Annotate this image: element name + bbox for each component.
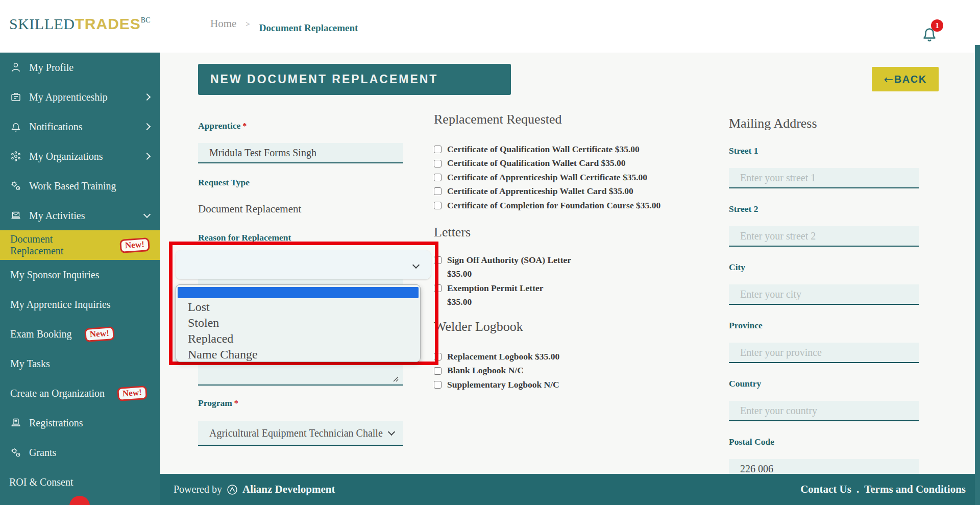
terms-link[interactable]: Terms and Conditions — [864, 483, 966, 496]
mailing-address-section: Mailing Address Street 1 Street 2 City P… — [729, 116, 923, 495]
sidebar-item-label: My Tasks — [10, 358, 50, 370]
laptop-doc-icon — [9, 416, 22, 429]
sidebar-item-label: My Sponsor Inquiries — [10, 269, 99, 281]
footer-separator: . — [856, 483, 859, 496]
coa-wallet-card-checkbox[interactable] — [434, 187, 442, 195]
province-input[interactable] — [729, 343, 919, 363]
back-button[interactable]: ← BACK — [872, 67, 939, 91]
sidebar-item-document-replacement[interactable]: Document Replacement New! — [0, 230, 160, 260]
checkbox-label: Certificate of Apprenticeship Wallet Car… — [447, 184, 633, 198]
logo-bc: BC — [141, 16, 151, 24]
request-type-label: Request Type — [198, 177, 250, 188]
sidebar-item-label: My Apprenticeship — [29, 91, 108, 103]
replacement-requested-heading: Replacement Requested — [434, 112, 679, 127]
coq-wall-certificate-checkbox[interactable] — [434, 146, 442, 153]
blank-logbook-checkbox[interactable] — [434, 367, 442, 375]
person-icon — [9, 61, 22, 74]
sidebar-item-label: My Apprentice Inquiries — [10, 299, 111, 310]
main-content: NEW DOCUMENT REPLACEMENT ← BACK Apprenti… — [160, 53, 980, 505]
checkbox-row: Blank Logbook N/C — [434, 364, 679, 377]
required-asterisk: * — [234, 399, 238, 407]
street2-label: Street 2 — [729, 204, 923, 214]
logo-trades: TRADES — [75, 15, 140, 32]
sidebar-item-my-apprenticeship[interactable]: My Apprenticeship — [0, 82, 160, 112]
page-banner: NEW DOCUMENT REPLACEMENT — [198, 64, 511, 95]
resize-handle-icon[interactable] — [392, 375, 399, 382]
sidebar-item-label: My Organizations — [29, 151, 103, 162]
option-replaced[interactable]: Replaced — [176, 331, 420, 347]
checkbox-row: Exemption Permit Letter $35.00 — [434, 281, 679, 309]
sidebar-item-my-profile[interactable]: My Profile — [0, 53, 160, 82]
sidebar-item-label: My Activities — [29, 210, 85, 222]
sidebar-item-grants[interactable]: Grants — [0, 438, 160, 467]
chevron-right-icon — [143, 93, 151, 101]
sidebar-item-label: Work Based Training — [29, 180, 116, 192]
required-asterisk: * — [242, 122, 247, 130]
new-badge: New! — [117, 386, 148, 401]
option-lost[interactable]: Lost — [176, 299, 420, 315]
skilledtradesbc-logo[interactable]: SKILLEDTRADESBC — [9, 15, 151, 33]
back-arrow-icon: ← — [884, 73, 893, 86]
reason-select[interactable] — [176, 250, 431, 279]
checkbox-price: $35.00 — [447, 267, 571, 281]
replacement-requested-section: Replacement Requested Certificate of Qua… — [434, 112, 679, 212]
page-scrollbar[interactable] — [975, 45, 980, 505]
city-input[interactable] — [729, 284, 919, 305]
street2-input[interactable] — [729, 226, 919, 247]
sidebar-item-roi-consent[interactable]: ROI & Consent — [0, 467, 160, 497]
breadcrumb: Home > Document Replacement — [210, 17, 358, 34]
sidebar-item-my-organizations[interactable]: My Organizations — [0, 141, 160, 171]
powered-by-text: Powered by — [174, 484, 222, 495]
sidebar-item-my-activities[interactable]: My Activities — [0, 201, 160, 230]
notification-bell-button[interactable]: 1 — [918, 19, 946, 46]
gears-icon — [9, 179, 22, 193]
option-stolen[interactable]: Stolen — [176, 315, 420, 331]
supplementary-logbook-checkbox[interactable] — [434, 381, 442, 389]
sidebar-item-my-tasks[interactable]: My Tasks — [0, 349, 160, 378]
option-name-change[interactable]: Name Change — [176, 347, 420, 362]
sidebar-item-my-apprentice-inquiries[interactable]: My Apprentice Inquiries — [0, 290, 160, 319]
program-select-value: Agricultural Equipment Technician Challe — [209, 427, 383, 439]
breadcrumb-separator: > — [246, 20, 250, 29]
breadcrumb-home[interactable]: Home — [210, 17, 236, 30]
coq-wallet-card-checkbox[interactable] — [434, 160, 442, 167]
checkbox-row: Certificate of Qualification Wall Certif… — [434, 142, 679, 156]
letters-heading: Letters — [434, 225, 679, 240]
street1-input[interactable] — [729, 168, 919, 188]
sidebar-item-notifications[interactable]: Notifications — [0, 112, 160, 141]
checkbox-row: Replacement Logbook $35.00 — [434, 350, 679, 364]
selected-blank-option[interactable] — [178, 287, 419, 298]
checkbox-label: Certificate of Apprenticeship Wall Certi… — [447, 171, 647, 184]
mail-laptop-icon — [9, 209, 22, 222]
footer-powered-by: Powered by Alianz Development — [174, 483, 335, 496]
checkbox-price: $35.00 — [447, 295, 544, 309]
network-icon — [9, 150, 22, 163]
page-title: NEW DOCUMENT REPLACEMENT — [210, 73, 438, 86]
logo-skilled: SKILLED — [9, 15, 75, 32]
checkbox-row: Supplementary Logbook N/C — [434, 378, 679, 392]
country-input[interactable] — [729, 401, 919, 421]
alianz-name: Alianz Development — [242, 483, 335, 496]
sidebar-item-exam-booking[interactable]: Exam Booking New! — [0, 319, 160, 349]
sidebar-item-registrations[interactable]: Registrations — [0, 408, 160, 438]
chevron-right-icon — [143, 123, 151, 130]
sidebar-item-label: Document Replacement — [10, 233, 107, 257]
sidebar-item-work-based-training[interactable]: Work Based Training — [0, 171, 160, 201]
checkbox-label: Certificate of Completion for Foundation… — [447, 199, 660, 212]
checkbox-row: Certificate of Apprenticeship Wall Certi… — [434, 171, 679, 184]
notification-badge: 1 — [931, 19, 943, 32]
coa-wall-certificate-checkbox[interactable] — [434, 174, 442, 181]
alianz-logo-icon — [226, 484, 238, 496]
back-button-label: BACK — [894, 74, 927, 85]
sidebar-item-my-sponsor-inquiries[interactable]: My Sponsor Inquiries — [0, 260, 160, 290]
briefcase-icon — [9, 90, 22, 104]
apprentice-input[interactable] — [198, 143, 403, 163]
completion-foundation-checkbox[interactable] — [434, 202, 442, 209]
new-badge: New! — [119, 237, 150, 253]
sidebar-item-create-an-organization[interactable]: Create an Organization New! — [0, 378, 160, 408]
apprentice-label: Apprentice* — [198, 121, 247, 131]
checkbox-label: Supplementary Logbook N/C — [447, 378, 559, 392]
checkbox-row: Sign Off Authority (SOA) Letter $35.00 — [434, 253, 679, 281]
program-select[interactable]: Agricultural Equipment Technician Challe — [198, 421, 403, 446]
contact-us-link[interactable]: Contact Us — [800, 483, 851, 496]
